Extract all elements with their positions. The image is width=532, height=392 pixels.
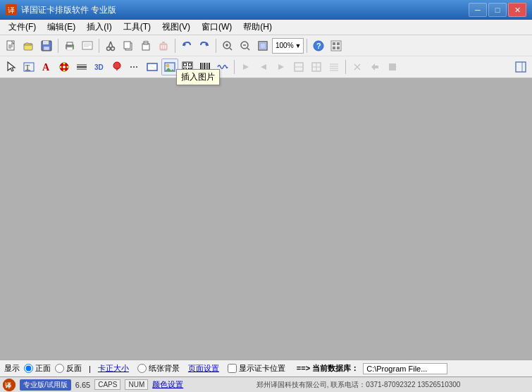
open-button[interactable] [20,37,37,54]
dis-btn2[interactable] [255,59,272,75]
zoom-in-button[interactable] [219,37,236,54]
version-number: 6.65 [75,381,90,389]
svg-marker-91 [261,64,266,70]
svg-line-20 [109,42,111,47]
page-settings-link[interactable]: 页面设置 [188,363,219,374]
close-button[interactable]: ✕ [508,3,526,17]
num-indicator: NUM [125,379,148,390]
svg-rect-84 [200,63,202,71]
card-size-link[interactable]: 卡正大小 [98,363,129,374]
help-button[interactable]: ? [310,37,327,54]
3d-tool[interactable]: 3D [91,59,108,75]
maximize-button[interactable]: □ [488,3,507,17]
paper-bg-radio[interactable] [137,364,147,373]
cut-button[interactable] [102,37,119,54]
back-radio[interactable] [55,364,64,373]
svg-rect-83 [190,70,192,71]
svg-rect-105 [389,63,396,71]
svg-rect-78 [189,63,191,66]
qr-square-tool[interactable] [179,59,196,75]
dis-btn5[interactable] [308,59,325,75]
menu-bar: 文件(F) 编辑(E) 插入(I) 工具(T) 视图(V) 窗口(W) 帮助(H… [0,20,532,35]
dis-btn4[interactable] [290,59,307,75]
dash-tool[interactable] [126,59,143,75]
dis-btn1[interactable] [237,59,254,75]
select-tool[interactable] [3,59,20,75]
svg-rect-77 [184,63,186,66]
svg-rect-8 [43,41,49,44]
menu-tools[interactable]: 工具(T) [118,20,156,35]
svg-text:?: ? [316,42,321,50]
dis-btn6[interactable] [326,59,342,75]
menu-help[interactable]: 帮助(H) [237,20,278,35]
svg-marker-66 [116,68,118,71]
status-bar: 显示 正面 反面 | 卡正大小 纸张背景 页面设置 显示证卡位置 ==> 当前数… [0,360,532,376]
svg-rect-85 [202,63,203,71]
svg-line-35 [230,48,232,50]
svg-text:译: 译 [8,6,15,14]
preview-button[interactable] [79,37,96,54]
front-radio[interactable] [24,364,33,373]
insert-image-tool[interactable] [161,59,178,75]
wave-tool[interactable] [214,59,231,75]
svg-rect-11 [67,42,73,45]
svg-text:T: T [25,63,30,71]
show-pos-check[interactable] [228,364,237,373]
line-tool[interactable] [73,59,90,75]
svg-text:3D: 3D [94,63,104,71]
redo-button[interactable] [196,37,213,54]
paste-button[interactable] [137,37,154,54]
minimize-button[interactable]: ─ [469,3,487,17]
svg-rect-46 [333,42,335,45]
zoom-out-button[interactable] [237,37,254,54]
menu-edit[interactable]: 编辑(E) [42,20,81,35]
paint-tool[interactable] [109,59,125,75]
svg-rect-106 [516,62,526,72]
svg-rect-9 [44,47,49,50]
new-button[interactable] [3,37,20,54]
svg-point-58 [67,66,69,68]
sep3 [175,39,175,53]
dis-btn7[interactable] [349,59,366,75]
copy-button[interactable] [120,37,137,54]
rotate-tool[interactable] [56,59,73,75]
show-pos-checkbox: 显示证卡位置 [228,363,285,374]
back-label: 反面 [66,363,82,374]
svg-rect-81 [190,68,192,69]
zoom-fit-button[interactable] [254,37,271,54]
svg-point-18 [107,47,111,50]
caps-indicator: CAPS [94,379,120,390]
svg-point-56 [63,66,66,68]
svg-text:A: A [42,62,50,73]
delete-button[interactable] [155,37,172,54]
rect-tool[interactable] [144,59,161,75]
color-settings-link[interactable]: 颜色设置 [152,379,183,390]
svg-rect-13 [71,46,73,47]
db-path: C:\Program File... [363,363,447,374]
app-icon: 译 [6,4,17,16]
extra-button[interactable] [328,37,345,54]
menu-file[interactable]: 文件(F) [3,20,42,35]
dis-btn8[interactable] [366,59,383,75]
svg-marker-50 [8,62,15,71]
sep-tb2b [345,60,346,74]
svg-line-39 [247,48,249,50]
zoom-dropdown[interactable]: 100% ▼ [272,38,304,54]
svg-rect-80 [188,68,190,69]
menu-view[interactable]: 视图(V) [156,20,196,35]
print-button[interactable] [61,37,78,54]
font-tool[interactable]: A [38,59,55,75]
dis-btn3[interactable] [273,59,290,75]
undo-button[interactable] [178,37,195,54]
sep-tb2 [234,60,235,74]
text-tool[interactable]: T [20,59,37,75]
menu-insert[interactable]: 插入(I) [81,20,117,35]
save-button[interactable] [38,37,55,54]
barcode-tool[interactable] [197,59,214,75]
dis-btn9[interactable] [384,59,401,75]
db-path-container: C:\Program File... [363,363,447,374]
svg-point-57 [63,63,66,65]
panel-button[interactable] [512,59,529,75]
db-arrow: ==> 当前数据库： [297,363,359,374]
menu-window[interactable]: 窗口(W) [196,20,237,35]
